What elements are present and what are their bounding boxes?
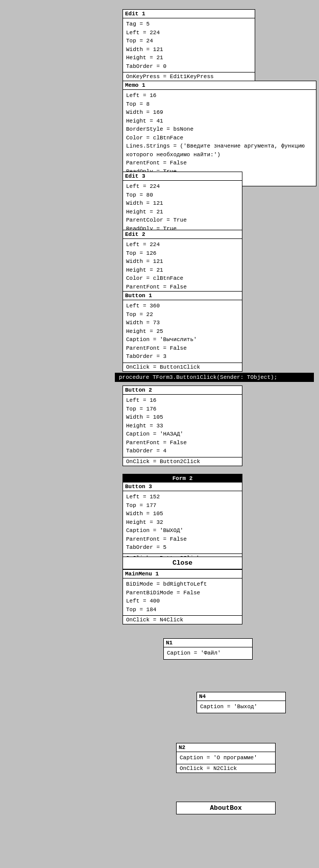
memo1-prop-5: Color = clBtnFace bbox=[126, 134, 313, 142]
n4-body: Caption = 'Выход' bbox=[197, 701, 285, 713]
button2-body: Left = 16 Top = 176 Width = 105 Height =… bbox=[123, 395, 242, 457]
button1-prop-5: ParentFont = False bbox=[126, 344, 239, 353]
n4-panel: N4 Caption = 'Выход' bbox=[197, 692, 286, 713]
edit3-prop-0: Left = 224 bbox=[126, 182, 239, 191]
mainmenu1-panel: MainMenu 1 BiDiMode = bdRightToLeft Pare… bbox=[122, 569, 242, 624]
aboutbox-bar: AboutBox bbox=[176, 802, 276, 814]
edit3-prop-2: Width = 121 bbox=[126, 199, 239, 208]
edit3-prop-1: Top = 80 bbox=[126, 191, 239, 200]
form2-label: Form 2 bbox=[123, 474, 242, 483]
n2-event: OnClick = N2Click bbox=[177, 764, 275, 773]
button2-title: Button 2 bbox=[123, 386, 242, 395]
mainmenu1-body: BiDiMode = bdRightToLeft ParentBiDiMode … bbox=[123, 578, 242, 615]
edit2-prop-4: Color = clBtnFace bbox=[126, 274, 239, 283]
button3-prop-0: Left = 152 bbox=[126, 493, 239, 501]
memo1-prop-1: Top = 8 bbox=[126, 100, 313, 109]
button1-prop-1: Top = 22 bbox=[126, 310, 239, 319]
button1-prop-2: Width = 73 bbox=[126, 319, 239, 327]
n2-body: Caption = 'О программе' bbox=[177, 752, 275, 764]
button2-prop-4: Caption = 'НАЗАД' bbox=[126, 430, 239, 439]
mainmenu1-event: OnClick = N4Click bbox=[123, 615, 242, 624]
button2-event: OnClick = Button2Click bbox=[123, 457, 242, 466]
memo1-panel: Memo 1 Left = 16 Top = 8 Width = 169 Hei… bbox=[122, 81, 316, 186]
button3-body: Left = 152 Top = 177 Width = 105 Height … bbox=[123, 491, 242, 553]
button2-prop-1: Top = 176 bbox=[126, 405, 239, 414]
mainmenu1-title: MainMenu 1 bbox=[123, 570, 242, 578]
n2-title: N2 bbox=[177, 743, 275, 752]
edit2-prop-5: ParentFont = False bbox=[126, 283, 239, 292]
button2-prop-5: ParentFont = False bbox=[126, 439, 239, 447]
edit3-prop-4: ParentColor = True bbox=[126, 216, 239, 225]
n1-panel: N1 Caption = 'Файл' bbox=[163, 638, 253, 660]
n2-panel: N2 Caption = 'О программе' OnClick = N2C… bbox=[176, 743, 276, 773]
mainmenu1-prop-1: ParentBiDiMode = False bbox=[126, 589, 239, 597]
button3-prop-4: Caption = 'ВЫХОД' bbox=[126, 526, 239, 535]
button1-body: Left = 360 Top = 22 Width = 73 Height = … bbox=[123, 300, 242, 363]
edit2-title: Edit 2 bbox=[123, 230, 242, 239]
edit1-prop-4: Height = 21 bbox=[126, 54, 252, 62]
mainmenu1-prop-0: BiDiMode = bdRightToLeft bbox=[126, 580, 239, 589]
procedure-bar: procedure TForm3.Button1Click(Sender: TO… bbox=[115, 373, 314, 382]
edit2-prop-1: Top = 126 bbox=[126, 249, 239, 258]
memo1-prop-6: Lines.Strings = ('Введите значение аргум… bbox=[126, 142, 313, 159]
button1-title: Button 1 bbox=[123, 292, 242, 300]
edit1-body: Tag = 5 Left = 224 Top = 24 Width = 121 … bbox=[123, 18, 255, 72]
edit3-prop-3: Height = 21 bbox=[126, 208, 239, 216]
button3-outer-panel: Form 2 Button 3 Left = 152 Top = 177 Wid… bbox=[122, 474, 242, 563]
button2-prop-6: TabOrder = 4 bbox=[126, 447, 239, 455]
edit2-prop-2: Width = 121 bbox=[126, 257, 239, 266]
button3-title: Button 3 bbox=[123, 483, 242, 491]
button1-event: OnClick = Button1Click bbox=[123, 363, 242, 371]
edit1-prop-5: TabOrder = 0 bbox=[126, 62, 252, 71]
n2-prop-0: Caption = 'О программе' bbox=[180, 754, 272, 762]
edit1-prop-3: Width = 121 bbox=[126, 45, 252, 54]
button3-prop-1: Top = 177 bbox=[126, 501, 239, 510]
close-bar: Close bbox=[122, 557, 242, 569]
button3-prop-6: TabOrder = 5 bbox=[126, 543, 239, 552]
memo1-prop-2: Width = 169 bbox=[126, 108, 313, 117]
n4-prop-0: Caption = 'Выход' bbox=[200, 703, 282, 711]
button2-prop-3: Height = 33 bbox=[126, 422, 239, 430]
n1-prop-0: Caption = 'Файл' bbox=[167, 649, 249, 658]
button3-prop-5: ParentFont = False bbox=[126, 535, 239, 544]
button2-panel: Button 2 Left = 16 Top = 176 Width = 105… bbox=[122, 385, 242, 466]
edit1-prop-2: Top = 24 bbox=[126, 37, 252, 45]
button1-prop-6: TabOrder = 3 bbox=[126, 352, 239, 361]
n4-title: N4 bbox=[197, 692, 285, 701]
edit1-event: OnKeyPress = Edit1KeyPress bbox=[123, 72, 255, 81]
button1-prop-3: Height = 25 bbox=[126, 327, 239, 336]
memo1-prop-4: BorderStyle = bsNone bbox=[126, 125, 313, 134]
button2-prop-0: Left = 16 bbox=[126, 396, 239, 405]
button1-prop-0: Left = 360 bbox=[126, 302, 239, 310]
edit1-panel: Edit 1 Tag = 5 Left = 224 Top = 24 Width… bbox=[122, 9, 255, 81]
edit2-prop-0: Left = 224 bbox=[126, 240, 239, 249]
button1-panel: Button 1 Left = 360 Top = 22 Width = 73 … bbox=[122, 291, 242, 372]
memo1-prop-3: Height = 41 bbox=[126, 117, 313, 126]
edit2-prop-3: Height = 21 bbox=[126, 266, 239, 275]
edit1-title: Edit 1 bbox=[123, 10, 255, 18]
mainmenu1-prop-2: Left = 400 bbox=[126, 597, 239, 606]
button1-prop-4: Caption = 'Вычислить' bbox=[126, 335, 239, 344]
button3-prop-3: Height = 32 bbox=[126, 518, 239, 527]
memo1-prop-0: Left = 16 bbox=[126, 91, 313, 100]
n1-title: N1 bbox=[164, 639, 252, 647]
memo1-prop-7: ParentFont = False bbox=[126, 159, 313, 167]
edit3-title: Edit 3 bbox=[123, 172, 242, 181]
memo1-title: Memo 1 bbox=[123, 81, 316, 90]
edit1-prop-0: Tag = 5 bbox=[126, 20, 252, 29]
n1-body: Caption = 'Файл' bbox=[164, 647, 252, 659]
edit1-prop-1: Left = 224 bbox=[126, 29, 252, 37]
button2-prop-2: Width = 105 bbox=[126, 413, 239, 422]
button3-prop-2: Width = 105 bbox=[126, 510, 239, 518]
mainmenu1-prop-3: Top = 184 bbox=[126, 606, 239, 614]
